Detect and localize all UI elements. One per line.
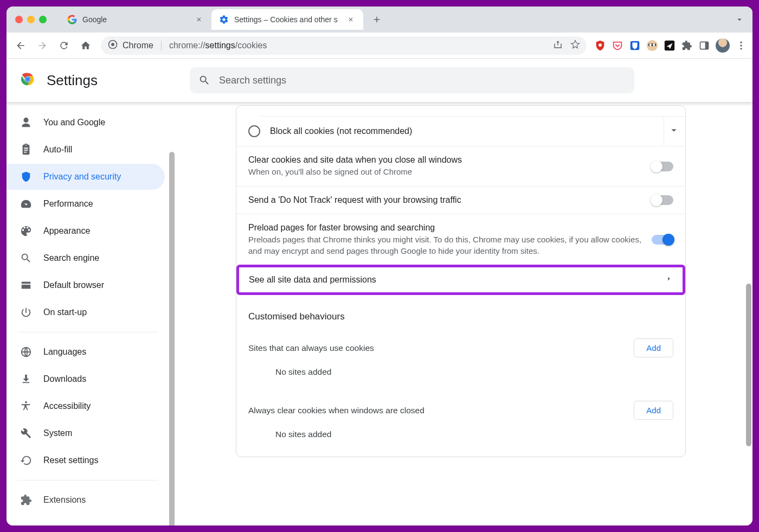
settings-search-input[interactable]: Search settings <box>190 67 634 93</box>
extensions-icon <box>20 493 33 507</box>
settings-body: You and Google Auto-fill Privacy and sec… <box>7 102 752 525</box>
svg-point-2 <box>599 43 602 47</box>
tab-settings[interactable]: Settings – Cookies and other s <box>211 9 363 30</box>
tabs-dropdown-icon[interactable] <box>734 14 745 25</box>
sidebar-item-languages[interactable]: Languages <box>7 339 165 365</box>
chevron-down-icon[interactable] <box>668 124 680 138</box>
add-button[interactable]: Add <box>634 401 673 420</box>
svg-rect-10 <box>705 42 709 49</box>
sidebar-label: Auto-fill <box>43 145 72 155</box>
row-title: Block all cookies (not recommended) <box>270 126 654 136</box>
row-do-not-track: Send a 'Do Not Track' request with your … <box>236 186 685 214</box>
svg-point-13 <box>740 48 742 49</box>
tab-google-close-icon[interactable] <box>194 15 204 24</box>
chrome-logo-icon <box>20 71 36 89</box>
power-icon <box>20 306 33 319</box>
sidebar-item-performance[interactable]: Performance <box>7 191 165 217</box>
pocket-icon[interactable] <box>612 40 623 52</box>
back-button[interactable] <box>12 37 29 54</box>
omnibox-url: chrome://settings/cookies <box>169 41 267 50</box>
tab-strip: Google Settings – Cookies and other s <box>7 7 752 33</box>
side-panel-icon[interactable] <box>698 40 710 52</box>
row-block-all-cookies[interactable]: Block all cookies (not recommended) <box>236 117 685 146</box>
cookies-card: Block all cookies (not recommended) Clea… <box>236 105 686 457</box>
sidebar-label: Accessibility <box>43 401 91 411</box>
sidebar-label: Appearance <box>43 226 90 236</box>
macos-window-controls <box>15 16 47 23</box>
home-button[interactable] <box>77 37 94 54</box>
sidebar-item-accessibility[interactable]: Accessibility <box>7 393 165 419</box>
sidebar-item-search-engine[interactable]: Search engine <box>7 245 165 271</box>
row-title: Clear cookies and site data when you clo… <box>248 155 642 165</box>
radio-unchecked-icon[interactable] <box>248 125 260 137</box>
kebab-menu-icon[interactable] <box>735 40 747 52</box>
toggle-off[interactable] <box>652 195 673 205</box>
forward-button[interactable] <box>34 37 51 54</box>
clipboard-icon <box>20 143 33 156</box>
address-bar[interactable]: Chrome chrome://settings/cookies <box>101 36 587 55</box>
new-tab-button[interactable] <box>369 11 385 28</box>
search-icon <box>198 74 210 86</box>
window-minimize-icon[interactable] <box>27 16 35 23</box>
tab-settings-title: Settings – Cookies and other s <box>234 15 340 24</box>
settings-sidebar: You and Google Auto-fill Privacy and sec… <box>7 102 169 525</box>
sidebar-item-privacy[interactable]: Privacy and security <box>7 164 165 190</box>
bitwarden-icon[interactable] <box>629 40 641 52</box>
svg-point-1 <box>111 43 114 46</box>
sidebar-item-default-browser[interactable]: Default browser <box>7 272 165 298</box>
svg-point-16 <box>25 77 30 81</box>
sidebar-label: Default browser <box>43 280 104 290</box>
svg-point-7 <box>653 43 655 46</box>
chrome-page-icon <box>107 39 118 52</box>
sidebar-item-reset[interactable]: Reset settings <box>7 447 165 473</box>
share-icon[interactable] <box>553 40 563 52</box>
sidebar-label: Privacy and security <box>43 172 121 182</box>
globe-icon <box>20 345 33 358</box>
omnibox-origin-label: Chrome <box>123 41 153 50</box>
speedometer-icon <box>20 197 33 210</box>
svg-point-11 <box>740 41 742 43</box>
send-icon[interactable] <box>664 40 676 52</box>
toggle-on[interactable] <box>652 235 673 245</box>
tab-google-title: Google <box>82 15 189 24</box>
window-close-icon[interactable] <box>15 16 23 23</box>
reload-button[interactable] <box>55 37 73 54</box>
accessibility-icon <box>20 400 33 413</box>
sidebar-label: Languages <box>43 347 86 357</box>
sidebar-label: You and Google <box>43 118 105 127</box>
settings-header: Settings Search settings <box>7 59 752 102</box>
window-maximize-icon[interactable] <box>39 16 47 23</box>
row-title: See all site data and permissions <box>249 275 665 285</box>
sidebar-item-autofill[interactable]: Auto-fill <box>7 137 165 163</box>
sidebar-item-on-startup[interactable]: On start-up <box>7 299 165 325</box>
search-icon <box>20 252 33 265</box>
sidebar-item-downloads[interactable]: Downloads <box>7 366 165 392</box>
page-scrollbar[interactable] <box>746 284 751 446</box>
wrench-icon <box>20 427 33 440</box>
palette-icon <box>20 225 33 238</box>
row-clear-cookies-on-close: Clear cookies and site data when you clo… <box>236 146 685 186</box>
add-button[interactable]: Add <box>634 338 673 357</box>
sidebar-label: Search engine <box>43 253 99 263</box>
extension-avatar-icon[interactable] <box>646 40 658 52</box>
sidebar-item-appearance[interactable]: Appearance <box>7 218 165 244</box>
person-icon <box>20 116 33 129</box>
profile-avatar-icon[interactable] <box>716 39 730 53</box>
extensions-puzzle-icon[interactable] <box>681 40 693 52</box>
browser-window-icon <box>20 279 33 292</box>
settings-app: Settings Search settings You and Google … <box>7 59 752 525</box>
bookmark-star-icon[interactable] <box>570 40 580 52</box>
sidebar-item-system[interactable]: System <box>7 420 165 446</box>
ublock-icon[interactable] <box>594 40 606 52</box>
row-see-all-site-data[interactable]: See all site data and permissions <box>236 265 685 295</box>
tab-google[interactable]: Google <box>60 9 211 30</box>
settings-favicon-icon <box>219 15 229 24</box>
empty-state: No sites added <box>248 420 673 452</box>
toggle-off[interactable] <box>652 162 673 171</box>
block-always-clear-cookies: Always clear cookies when windows are cl… <box>236 390 685 457</box>
sidebar-item-you-and-google[interactable]: You and Google <box>7 110 165 136</box>
tab-settings-close-icon[interactable] <box>346 15 356 24</box>
sidebar-label: System <box>43 428 72 438</box>
chevron-right-icon <box>665 275 673 285</box>
sidebar-item-extensions[interactable]: Extensions <box>7 487 165 513</box>
